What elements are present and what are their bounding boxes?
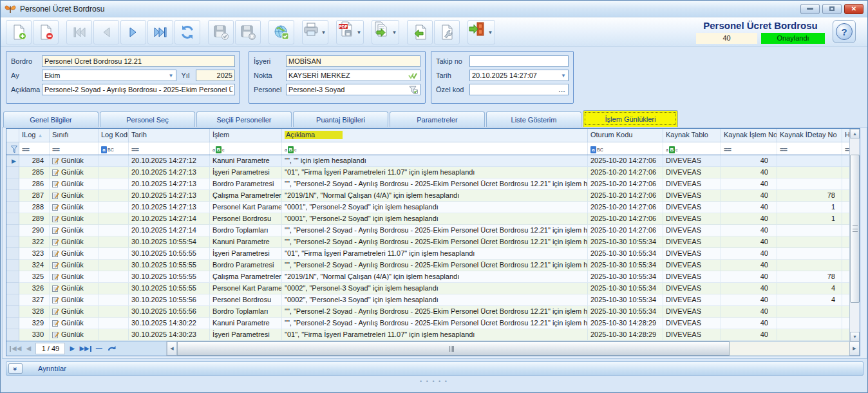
table-row[interactable]: 328Günlük30.10.2025 10:55:56Bordro Topla…	[6, 306, 851, 318]
cell-oturum_kodu[interactable]: 2025-10-30 10:55:34	[588, 306, 663, 318]
cell-sinifi[interactable]: Günlük	[50, 260, 99, 271]
cell-islem[interactable]: Çalışma Parametreleri	[210, 271, 282, 283]
last-record-button[interactable]	[147, 20, 173, 44]
pager-next-button[interactable]: ▶	[66, 343, 78, 354]
table-row[interactable]: 327Günlük30.10.2025 10:55:56Personel Bor…	[6, 294, 851, 306]
row-indicator[interactable]	[6, 248, 19, 260]
filter-cell-kaynak_tablo[interactable]: aBc	[663, 142, 721, 155]
filter-cell-kaynak_islem_no[interactable]: ==	[721, 142, 777, 155]
table-row[interactable]: 326Günlük30.10.2025 10:55:55Personel Kar…	[6, 283, 851, 294]
cell-ilog[interactable]: 285	[19, 167, 50, 178]
minimize-button[interactable]	[800, 4, 820, 14]
cell-tarih[interactable]: 30.10.2025 10:55:54	[129, 236, 210, 248]
cell-sinifi[interactable]: Günlük	[50, 248, 99, 260]
cell-log_kodu[interactable]	[99, 329, 129, 341]
column-header-ilog[interactable]: ILog▲	[19, 129, 50, 142]
cell-kaynak_islem_no[interactable]: 40	[721, 260, 777, 271]
cell-tarih[interactable]: 20.10.2025 14:27:13	[129, 167, 210, 178]
filter-cell-sinifi[interactable]: ==	[50, 142, 99, 155]
table-row[interactable]: 329Günlük30.10.2025 14:30:22Kanuni Param…	[6, 318, 851, 329]
cell-islem[interactable]: Çalışma Parametreleri	[210, 190, 282, 202]
cell-log_kodu[interactable]	[99, 225, 129, 236]
save-button[interactable]	[208, 20, 234, 44]
cell-kaynak_islem_no[interactable]: 40	[721, 271, 777, 283]
cell-kaynak_tablo[interactable]: DIVEVEAS	[663, 213, 721, 225]
cell-kaynak_idetay_no[interactable]	[777, 155, 842, 167]
cell-kaynak_tablo[interactable]: DIVEVEAS	[663, 306, 721, 318]
cell-kaynak_islem_no[interactable]: 40	[721, 155, 777, 167]
cell-islem[interactable]: Bordro Toplamları	[210, 306, 282, 318]
new-record-button[interactable]	[6, 20, 32, 44]
cell-kaynak_idetay_no[interactable]	[777, 225, 842, 236]
cell-kaynak_tablo[interactable]: DIVEVEAS	[663, 190, 721, 202]
cell-kaynak_idetay_no[interactable]	[777, 306, 842, 318]
column-header-islem[interactable]: İşlem	[210, 129, 282, 142]
cell-log_kodu[interactable]	[99, 190, 129, 202]
cell-oturum_kodu[interactable]: 2025-10-30 14:28:29	[588, 318, 663, 329]
nokta-field[interactable]: KAYSERİ MERKEZ	[286, 70, 420, 81]
column-header-tarih[interactable]: Tarih	[129, 129, 210, 142]
filter-cell-ilog[interactable]: ==	[19, 142, 50, 155]
cell-oturum_kodu[interactable]: 2025-10-20 14:27:06	[588, 202, 663, 213]
cell-aciklama[interactable]: "0001", "Personel-2 Soyad" için işlem he…	[282, 202, 588, 213]
tab-5[interactable]: Liste Gösterim	[486, 111, 581, 127]
row-indicator[interactable]: ▶	[6, 155, 19, 167]
tab-6[interactable]: İşlem Günlükleri	[583, 110, 678, 127]
row-indicator[interactable]	[6, 236, 19, 248]
cell-sinifi[interactable]: Günlük	[50, 306, 99, 318]
pager-last-button[interactable]: ▶▶	[79, 343, 91, 354]
inspect-tools-button[interactable]	[434, 20, 460, 44]
cell-ilog[interactable]: 289	[19, 213, 50, 225]
table-row[interactable]: 290Günlük20.10.2025 14:27:14Bordro Topla…	[6, 225, 851, 236]
cell-log_kodu[interactable]	[99, 213, 129, 225]
cell-kaynak_tablo[interactable]: DIVEVEAS	[663, 271, 721, 283]
cell-ilog[interactable]: 287	[19, 190, 50, 202]
save-cancel-button[interactable]	[235, 20, 261, 44]
cell-sinifi[interactable]: Günlük	[50, 213, 99, 225]
cell-oturum_kodu[interactable]: 2025-10-20 14:27:06	[588, 225, 663, 236]
cell-tarih[interactable]: 20.10.2025 14:27:13	[129, 190, 210, 202]
close-button[interactable]: ✕	[844, 4, 863, 14]
cell-kaynak_islem_no[interactable]: 40	[721, 190, 777, 202]
filter-cell-aciklama[interactable]: aBc	[282, 142, 588, 155]
cell-sinifi[interactable]: Günlük	[50, 167, 99, 178]
column-header-log_kodu[interactable]: Log Kodu	[99, 129, 129, 142]
transfer-dropdown-icon[interactable]: ▼	[390, 21, 399, 45]
cell-kaynak_tablo[interactable]: DIVEVEAS	[663, 202, 721, 213]
bordro-field[interactable]: Personel Ücret Bordrosu 12.21	[42, 55, 235, 67]
cell-ilog[interactable]: 325	[19, 271, 50, 283]
cell-sinifi[interactable]: Günlük	[50, 190, 99, 202]
tab-1[interactable]: Personel Seç	[100, 111, 195, 127]
first-record-button[interactable]	[66, 20, 92, 44]
expand-details-button[interactable]: »	[8, 363, 23, 374]
column-header-oturum_kodu[interactable]: Oturum Kodu	[588, 129, 663, 142]
cell-aciklama[interactable]: "2019/1N", "Normal Çalışan (4/A)" için i…	[282, 190, 588, 202]
cell-ilog[interactable]: 328	[19, 306, 50, 318]
row-indicator[interactable]	[6, 271, 19, 283]
cell-kaynak_tablo[interactable]: DIVEVEAS	[663, 248, 721, 260]
cell-oturum_kodu[interactable]: 2025-10-20 14:27:06	[588, 167, 663, 178]
cell-kaynak_tablo[interactable]: DIVEVEAS	[663, 318, 721, 329]
cell-kaynak_islem_no[interactable]: 40	[721, 294, 777, 306]
cell-ilog[interactable]: 329	[19, 318, 50, 329]
cell-kaynak_islem_no[interactable]: 40	[721, 236, 777, 248]
tab-3[interactable]: Puantaj Bilgileri	[293, 111, 388, 127]
cell-sinifi[interactable]: Günlük	[50, 283, 99, 294]
cell-oturum_kodu[interactable]: 2025-10-30 14:28:29	[588, 329, 663, 341]
cell-kaynak_idetay_no[interactable]	[777, 318, 842, 329]
cell-kaynak_idetay_no[interactable]: 4	[777, 294, 842, 306]
row-indicator[interactable]	[6, 329, 19, 341]
cell-sinifi[interactable]: Günlük	[50, 329, 99, 341]
tab-0[interactable]: Genel Bilgiler	[3, 111, 99, 127]
tab-2[interactable]: Seçili Personeller	[196, 111, 292, 127]
cell-tarih[interactable]: 20.10.2025 14:27:14	[129, 225, 210, 236]
aciklama-field[interactable]: Personel-2 Soyad - Ayrılış Bordrosu - 20…	[42, 84, 235, 95]
cell-oturum_kodu[interactable]: 2025-10-30 10:55:34	[588, 283, 663, 294]
scroll-right-icon[interactable]: ▶	[849, 341, 860, 356]
cell-aciklama[interactable]: "", "Personel-2 Soyad - Ayrılış Bordrosu…	[282, 306, 588, 318]
cell-kaynak_idetay_no[interactable]: 78	[777, 190, 842, 202]
filter-cell-oturum_kodu[interactable]: aBC	[588, 142, 663, 155]
cell-kaynak_idetay_no[interactable]	[777, 248, 842, 260]
column-header-kaynak_idetay_no[interactable]: Kaynak İDetay No	[777, 129, 842, 142]
ozel-kod-field[interactable]: …	[469, 84, 569, 95]
